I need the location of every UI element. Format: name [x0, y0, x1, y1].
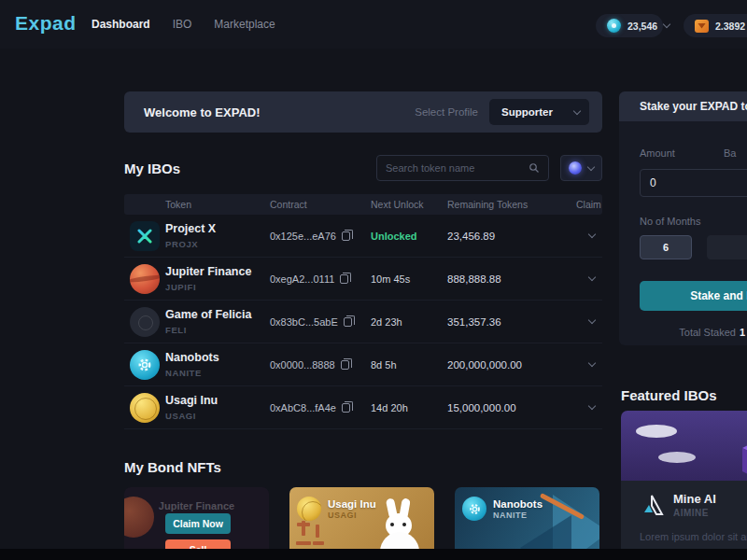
- token-ticker: JUPIFI: [165, 282, 270, 292]
- col-remaining: Remaining Tokens: [447, 199, 576, 210]
- featured-token-name: Mine AI: [673, 492, 716, 506]
- table-row-jupiter-finance[interactable]: Jupiter Finance JUPIFI 0xegA2...0111 10m…: [124, 258, 602, 301]
- profile-dropdown-value: Supporter: [501, 106, 553, 118]
- bond-card-name: Usagi Inu: [328, 498, 376, 510]
- token-balance-dropdown[interactable]: 23,546: [596, 14, 663, 37]
- contract-address: 0x83bC...5abE: [270, 316, 338, 328]
- token-ticker: USAGI: [165, 411, 270, 421]
- remaining-tokens: 15,000,000.00: [447, 402, 576, 413]
- total-staked: Total Staked1: [619, 327, 745, 338]
- token-search: [376, 155, 549, 181]
- remaining-tokens: 200,000,000.00: [447, 359, 576, 371]
- nav-item-dashboard[interactable]: Dashboard: [92, 18, 150, 31]
- col-claim: Claim: [576, 199, 602, 210]
- expad-coin-icon: [607, 19, 621, 33]
- remaining-tokens: 888,888.88: [447, 273, 576, 285]
- bond-card-name: Nanobots: [493, 498, 543, 510]
- row-expand-chevron-icon[interactable]: [588, 359, 596, 367]
- search-icon: [529, 162, 540, 174]
- token-ticker: FELI: [165, 325, 270, 335]
- total-staked-label: Total Staked: [679, 327, 736, 338]
- my-bond-nfts-title: My Bond NFTs: [124, 459, 221, 475]
- remaining-tokens: 351,357.36: [447, 316, 576, 328]
- copy-icon[interactable]: [342, 403, 350, 413]
- contract-address: 0xAbC8...fA4e: [270, 402, 336, 413]
- featured-token-ticker: AIMINE: [673, 508, 716, 518]
- select-profile-label: Select Profile: [415, 106, 478, 118]
- next-unlock: 8d 5h: [371, 359, 447, 371]
- col-next-unlock: Next Unlock: [371, 199, 447, 210]
- row-expand-chevron-icon[interactable]: [588, 231, 596, 238]
- table-row-project-x[interactable]: Project X PROJX 0x125e...eA76 Unlocked 2…: [124, 215, 602, 258]
- nanobots-icon: [462, 497, 486, 521]
- usagi-inu-icon: [130, 393, 160, 423]
- copy-icon[interactable]: [342, 231, 350, 241]
- row-expand-chevron-icon[interactable]: [588, 273, 596, 281]
- remaining-tokens: 23,456.89: [447, 231, 576, 242]
- months-option-6[interactable]: 6: [640, 235, 692, 259]
- total-staked-value: 1: [740, 327, 745, 338]
- col-contract: Contract: [270, 199, 371, 210]
- bottom-edge-bar: [0, 549, 747, 560]
- welcome-banner: Welcome to EXPAD! Select Profile Support…: [124, 91, 602, 133]
- bond-card-name: Jupiter Finance: [124, 500, 269, 511]
- claim-now-button[interactable]: Claim Now: [165, 513, 231, 534]
- profile-select-group: Select Profile Supporter: [415, 99, 589, 125]
- row-expand-chevron-icon[interactable]: [588, 316, 596, 324]
- balance-label: Ba: [724, 147, 736, 159]
- nanobots-icon: [130, 350, 160, 380]
- featured-card-mine-ai[interactable]: Mine AI AIMINE Lorem ipsum dolor sit ame…: [621, 411, 747, 560]
- table-row-game-of-felicia[interactable]: Game of Felicia FELI 0x83bC...5abE 2d 23…: [124, 301, 602, 343]
- jupiter-finance-icon: [130, 264, 160, 294]
- stake-amount-input[interactable]: [640, 169, 747, 197]
- mine-ai-logo-icon: [640, 494, 664, 516]
- search-input[interactable]: [386, 162, 529, 174]
- next-unlock: 10m 45s: [371, 273, 447, 285]
- next-unlock: 14d 20h: [371, 402, 447, 413]
- amount-label: Amount: [640, 147, 675, 159]
- gear-icon: [468, 502, 482, 516]
- token-name: Nanobots: [165, 351, 270, 366]
- main-nav: Dashboard IBO Marketplace: [92, 0, 275, 49]
- token-name: Game of Felicia: [165, 308, 270, 323]
- welcome-title: Welcome to EXPAD!: [144, 105, 260, 119]
- stake-panel-header: Stake your EXPAD to ge: [619, 91, 747, 121]
- game-of-felicia-icon: [130, 307, 160, 337]
- wallet-icon: [695, 20, 709, 33]
- contract-address: 0x0000...8888: [270, 359, 335, 371]
- chevron-down-icon: [573, 106, 581, 114]
- expad-logo[interactable]: Expad: [15, 12, 77, 35]
- token-name: Usagi Inu: [165, 394, 270, 409]
- profile-dropdown[interactable]: Supporter: [489, 99, 589, 125]
- contract-address: 0xegA2...0111: [270, 273, 334, 285]
- contract-address: 0x125e...eA76: [270, 231, 336, 242]
- bond-card-ticker: NANITE: [493, 511, 543, 520]
- x-logo-icon: [136, 228, 153, 245]
- stake-button[interactable]: Stake and Mint: [640, 281, 747, 311]
- row-expand-chevron-icon[interactable]: [588, 402, 596, 410]
- stake-panel-title: Stake your EXPAD to ge: [640, 100, 747, 113]
- token-name: Project X: [165, 222, 270, 237]
- nav-item-ibo[interactable]: IBO: [173, 18, 192, 31]
- token-filter-dropdown[interactable]: [560, 155, 602, 181]
- top-navbar: Expad Dashboard IBO Marketplace 23,546 2…: [0, 0, 747, 49]
- next-unlock: 2d 23h: [371, 316, 447, 328]
- token-filter-icon: [569, 161, 582, 175]
- nav-item-marketplace[interactable]: Marketplace: [214, 18, 275, 31]
- mine-ai-illustration: [621, 411, 747, 481]
- next-unlock: Unlocked: [371, 231, 447, 242]
- copy-icon[interactable]: [344, 317, 352, 327]
- table-row-nanobots[interactable]: Nanobots NANITE 0x0000...8888 8d 5h 200,…: [124, 343, 602, 386]
- months-option-12[interactable]: 12: [707, 235, 747, 259]
- chevron-down-icon: [587, 162, 595, 170]
- ibo-table: Token Contract Next Unlock Remaining Tok…: [124, 194, 602, 429]
- copy-icon[interactable]: [341, 360, 349, 370]
- copy-icon[interactable]: [340, 274, 348, 284]
- my-ibos-title: My IBOs: [124, 161, 180, 176]
- wallet-balance-badge[interactable]: 2.3892 E: [684, 14, 747, 37]
- token-ticker: NANITE: [165, 368, 270, 378]
- months-label: No of Months: [640, 216, 700, 227]
- bond-card-ticker: USAGI: [328, 511, 376, 520]
- table-row-usagi-inu[interactable]: Usagi Inu USAGI 0xAbC8...fA4e 14d 20h 15…: [124, 386, 602, 429]
- project-x-icon: [130, 221, 160, 251]
